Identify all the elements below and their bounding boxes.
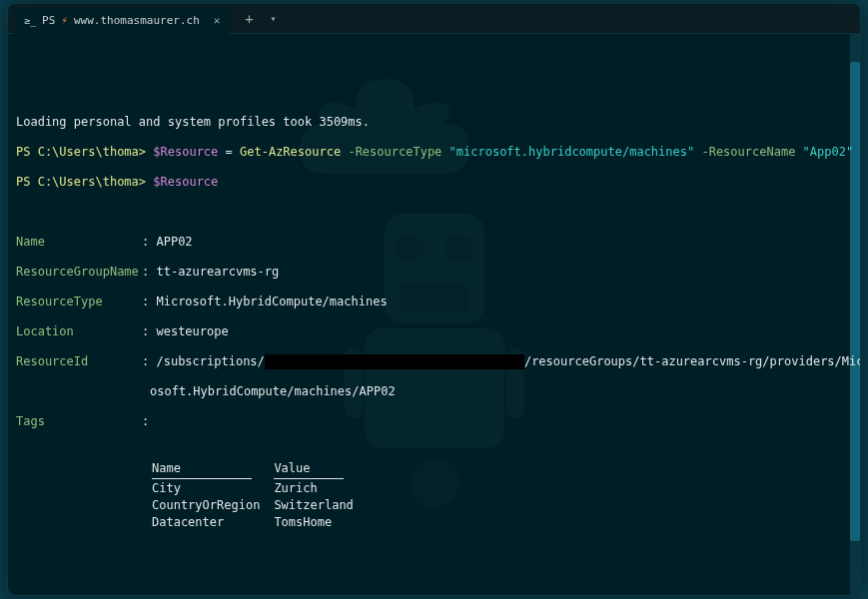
terminal-output: Loading personal and system profiles too… — [16, 100, 852, 595]
flag: -ResourceType — [348, 145, 441, 159]
tab-title: www.thomasmaurer.ch — [74, 14, 200, 27]
prop-row-cont: osoft.HybridCompute/machines/APP02 — [16, 384, 852, 399]
cmd-line-1: PS C:\Users\thoma> $Resource = Get-AzRes… — [16, 145, 852, 160]
prop-key: ResourceId — [16, 354, 142, 369]
close-tab-button[interactable]: ✕ — [214, 14, 221, 27]
cmdlet: Get-AzResource — [240, 145, 341, 159]
prompt: PS C:\Users\thoma> — [16, 145, 146, 159]
tab-dropdown-button[interactable]: ▾ — [262, 8, 284, 30]
prop-val-post: /resourceGroups/tt-azurearcvms-rg/provid… — [524, 354, 860, 368]
cmd-line-2: PS C:\Users\thoma> $Resource — [16, 175, 852, 190]
tag-name: City — [152, 481, 272, 496]
prop-row: ResourceGroupName: tt-azurearcvms-rg — [16, 265, 852, 280]
prop-row: Name: APP02 — [16, 235, 852, 250]
arg-string: "App02" — [803, 145, 854, 159]
prop-row: Tags: — [16, 414, 852, 429]
tags-table: NameValue CityZurich CountryOrRegionSwit… — [16, 444, 852, 547]
tags-col-name: Name — [152, 461, 181, 475]
prop-val: APP02 — [156, 235, 192, 249]
prop-key: ResourceType — [16, 295, 142, 309]
tags-table-inner: NameValue CityZurich CountryOrRegionSwit… — [150, 459, 368, 532]
prop-val-pre: /subscriptions/ — [156, 354, 264, 368]
variable: $Resource — [153, 145, 218, 159]
prop-key: ResourceGroupName — [16, 265, 142, 280]
variable: $Resource — [153, 175, 218, 189]
lightning-icon: ⚡ — [61, 14, 68, 27]
flag: -ResourceName — [701, 145, 795, 159]
new-tab-button[interactable]: + — [236, 8, 262, 30]
prop-row: Location: westeurope — [16, 324, 852, 339]
tag-row: DatacenterTomsHome — [152, 515, 366, 530]
prop-key: Name — [16, 235, 142, 250]
prop-row: ResourceId: /subscriptions/xxxxxxxxxxxxx… — [16, 354, 852, 369]
tab-prefix-1: PS — [42, 14, 55, 27]
terminal-window: ≥_ PS ⚡ www.thomasmaurer.ch ✕ + ▾ Loadin… — [8, 4, 860, 595]
prop-val-cont: osoft.HybridCompute/machines/APP02 — [150, 384, 396, 398]
tag-value: Switzerland — [274, 498, 365, 513]
tag-row: CountryOrRegionSwitzerland — [152, 498, 366, 513]
prop-key: Location — [16, 324, 142, 339]
tag-value: TomsHome — [274, 515, 365, 530]
tag-name: Datacenter — [152, 515, 272, 530]
terminal-area[interactable]: Loading personal and system profiles too… — [8, 34, 860, 595]
prop-val: westeurope — [156, 324, 228, 338]
powershell-icon: ≥_ — [24, 15, 36, 26]
tag-value: Zurich — [274, 481, 365, 496]
prop-val: Microsoft.HybridCompute/machines — [156, 295, 387, 308]
tab-bar: ≥_ PS ⚡ www.thomasmaurer.ch ✕ + ▾ — [8, 4, 860, 34]
arg-string: "microsoft.hybridcompute/machines" — [449, 145, 695, 159]
prop-key: Tags — [16, 414, 142, 429]
equals: = — [226, 145, 233, 159]
prompt: PS C:\Users\thoma> — [16, 175, 146, 189]
prop-val: tt-azurearcvms-rg — [156, 265, 279, 279]
tags-col-value: Value — [274, 461, 310, 475]
tag-row: CityZurich — [152, 481, 366, 496]
prop-row: ResourceType: Microsoft.HybridCompute/ma… — [16, 295, 852, 309]
terminal-tab[interactable]: ≥_ PS ⚡ www.thomasmaurer.ch ✕ — [14, 8, 230, 34]
tag-name: CountryOrRegion — [152, 498, 272, 513]
load-message: Loading personal and system profiles too… — [16, 115, 852, 130]
redacted-subscription-id: xxxxxxxxxxxxxxxxxxxxxxxxxxxxxxxxxxxx — [265, 354, 524, 369]
